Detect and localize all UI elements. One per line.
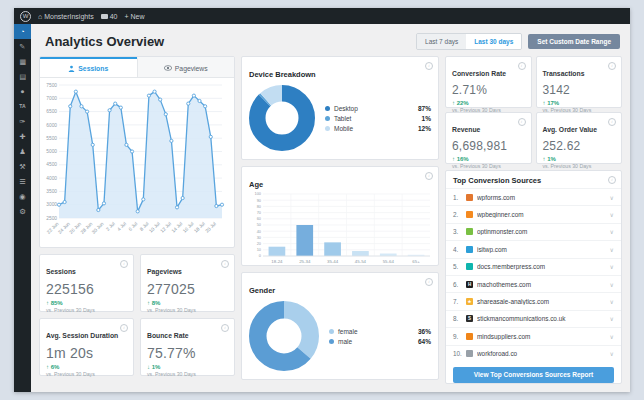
sidebar-item-pages[interactable]: ▤ [14, 69, 31, 84]
last-30-days-button[interactable]: Last 30 days [466, 34, 521, 49]
legend-item: male64% [329, 338, 431, 345]
source-row-7[interactable]: 7.★shareasale-analytics.com∨ [446, 292, 621, 309]
stat-label: Revenue [452, 126, 480, 133]
sidebar-item-media[interactable]: ▦ [14, 54, 31, 69]
svg-text:6500: 6500 [46, 109, 57, 114]
svg-text:3000: 3000 [46, 202, 57, 207]
chevron-down-icon[interactable]: ∨ [610, 350, 614, 357]
site-menu[interactable]: ⌂ MonsterInsights [38, 13, 94, 20]
sidebar-item-analytics-plugin[interactable]: ◉ [14, 189, 31, 204]
eye-icon [164, 65, 172, 71]
sidebar-item-plugins[interactable]: ✚ [14, 129, 31, 144]
stat-change: ↓ 1% [147, 364, 228, 370]
info-icon[interactable]: i [518, 62, 526, 70]
admin-bar: W ⌂ MonsterInsights 40 + New [14, 8, 630, 24]
stat-value: 277025 [147, 281, 228, 297]
chevron-down-icon[interactable]: ∨ [610, 333, 614, 340]
legend-item: Mobile12% [325, 125, 431, 132]
favicon-icon: H [466, 281, 473, 288]
source-row-10[interactable]: 10.workforoad.co∨ [446, 345, 621, 362]
last-7-days-button[interactable]: Last 7 days [417, 34, 466, 49]
comments-menu[interactable]: 40 [101, 13, 118, 20]
sidebar-item-settings[interactable]: ☰ [14, 174, 31, 189]
sources-title: Top Conversion Sources [453, 176, 541, 185]
source-domain: isitwp.com [477, 246, 606, 253]
new-menu[interactable]: + New [124, 13, 144, 20]
age-title: Age [249, 180, 263, 189]
info-icon[interactable]: i [120, 324, 128, 332]
view-sources-report-button[interactable]: View Top Conversions Sources Report [453, 367, 614, 383]
sidebar-item-comments[interactable]: ● [14, 84, 31, 99]
source-row-4[interactable]: 4.isitwp.com∨ [446, 240, 621, 257]
sidebar-item-collapse-gear[interactable]: ⚙ [14, 204, 31, 219]
source-row-8[interactable]: 8.Sstickmancommunications.co.uk∨ [446, 310, 621, 327]
middle-column: Device Breakdowni Desktop87%Tablet1%Mobi… [241, 56, 439, 386]
source-rank: 6. [453, 281, 462, 288]
insights-dashboard-icon: ◔ [20, 28, 24, 35]
page-header: Analytics Overview Last 7 days Last 30 d… [39, 28, 622, 54]
chevron-down-icon[interactable]: ∨ [610, 263, 614, 270]
info-icon[interactable]: i [608, 176, 616, 184]
stat-compare: vs. Previous 30 Days [543, 163, 616, 169]
source-rank: 7. [453, 298, 462, 305]
age-card: Agei 010203040506070809010018-2425-3435-… [241, 166, 439, 266]
svg-text:10: 10 [257, 247, 262, 252]
info-icon[interactable]: i [425, 62, 433, 70]
info-icon[interactable]: i [221, 324, 229, 332]
svg-text:20: 20 [257, 241, 262, 246]
stat-value: 6,698,981 [452, 139, 525, 153]
chevron-down-icon[interactable]: ∨ [610, 281, 614, 288]
chevron-down-icon[interactable]: ∨ [610, 246, 614, 253]
chevron-down-icon[interactable]: ∨ [610, 315, 614, 322]
appearance-icon: ✑ [19, 118, 25, 125]
chevron-down-icon[interactable]: ∨ [610, 211, 614, 218]
home-icon: ⌂ [38, 13, 42, 20]
source-rank: 1. [453, 194, 462, 201]
info-icon[interactable]: i [608, 62, 616, 70]
legend-value: 87% [418, 105, 431, 112]
source-row-1[interactable]: 1.wpforms.com∨ [446, 188, 621, 205]
stat-label: Pageviews [147, 268, 182, 275]
new-label: + New [124, 13, 144, 20]
tab-sessions[interactable]: Sessions [40, 57, 137, 77]
stat-value: 252.62 [543, 139, 616, 153]
sidebar-item-insights-dashboard[interactable]: ◔ [14, 24, 31, 39]
info-icon[interactable]: i [120, 260, 128, 268]
svg-text:5500: 5500 [46, 136, 57, 141]
stat-value: 2.71% [452, 83, 525, 97]
chevron-down-icon[interactable]: ∨ [610, 298, 614, 305]
info-icon[interactable]: i [425, 278, 433, 286]
sidebar-item-users[interactable]: ♟ [14, 144, 31, 159]
chevron-down-icon[interactable]: ∨ [610, 194, 614, 201]
sidebar-item-posts-pin[interactable]: ✎ [14, 39, 31, 54]
device-donut-row: Desktop87%Tablet1%Mobile12% [249, 85, 431, 151]
info-icon[interactable]: i [425, 172, 433, 180]
favicon-icon [466, 333, 473, 340]
wordpress-logo-icon[interactable]: W [20, 11, 31, 22]
tab-pageviews-label: Pageviews [175, 65, 208, 72]
source-row-5[interactable]: 5.docs.memberpress.com∨ [446, 258, 621, 275]
sidebar-item-ta-plugin[interactable]: TA [14, 99, 31, 114]
source-row-2[interactable]: 2.wpbeginner.com∨ [446, 205, 621, 222]
source-row-9[interactable]: 9.mindsuppliers.com∨ [446, 327, 621, 344]
info-icon[interactable]: i [608, 118, 616, 126]
source-row-3[interactable]: 3.optinmonster.com∨ [446, 223, 621, 240]
sessions-stat-card: Sessionsi 225156 ↑ 85% vs. Previous 30 D… [39, 254, 134, 312]
chevron-down-icon[interactable]: ∨ [610, 228, 614, 235]
sessions-chart-card: Sessions Pageviews 250030003500400045005… [39, 56, 235, 248]
tools-icon: ⚒ [19, 163, 25, 170]
source-row-6[interactable]: 6.Hmachothemes.com∨ [446, 275, 621, 292]
svg-text:40: 40 [257, 229, 262, 234]
info-icon[interactable]: i [221, 260, 229, 268]
ecommerce-stat-cards: Conversion Ratei 2.71% ↑ 22% vs. Previou… [445, 56, 622, 164]
collapse-gear-icon: ⚙ [19, 208, 25, 215]
sessions-line-chart: 2500300035004000450050005500600065007000… [40, 78, 228, 246]
stat-value: 3142 [543, 83, 616, 97]
set-custom-date-range-button[interactable]: Set Custom Date Range [528, 34, 620, 49]
svg-text:4000: 4000 [46, 176, 57, 181]
info-icon[interactable]: i [518, 118, 526, 126]
sidebar-item-tools[interactable]: ⚒ [14, 159, 31, 174]
sidebar-item-appearance[interactable]: ✑ [14, 114, 31, 129]
tab-pageviews[interactable]: Pageviews [137, 57, 235, 77]
stat-label: Transactions [543, 70, 585, 77]
